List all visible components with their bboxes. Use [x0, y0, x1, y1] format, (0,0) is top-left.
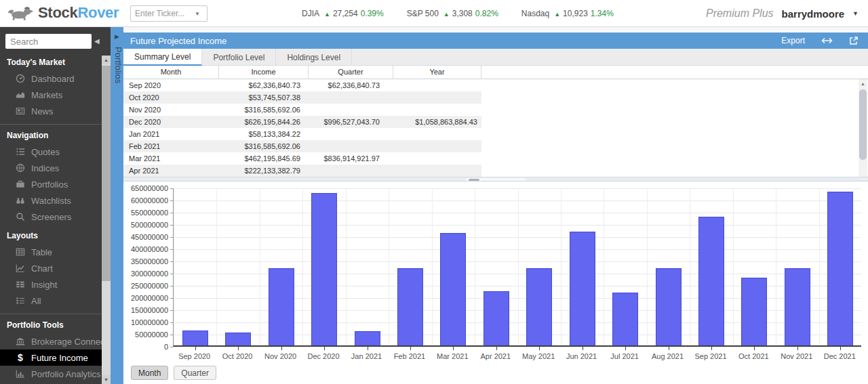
portfolios-collapsed-panel[interactable]: ▶ Portfolios [111, 27, 123, 384]
user-dropdown-caret-icon[interactable]: ▼ [852, 10, 859, 17]
splitter-grip-icon[interactable] [469, 179, 479, 181]
x-axis-label: Oct 2020 [216, 352, 258, 360]
sidebar-nav: Today's MarketDashboardMarketsNewsNaviga… [0, 51, 102, 384]
sidebar-item-news[interactable]: News [0, 103, 102, 119]
table-row-mar-2021[interactable]: Mar 2021$462,195,845.69$836,914,921.97 [123, 152, 481, 165]
sidebar-item-future-income[interactable]: $Future Income [0, 349, 102, 366]
table-cell [393, 91, 481, 104]
bar-sep-2020[interactable] [182, 330, 208, 345]
plan-badge: Premium Plus [706, 7, 774, 20]
sidebar-item-insight[interactable]: Insight [0, 276, 102, 293]
bar-jun-2021[interactable] [570, 232, 595, 346]
panel-top-gap [123, 27, 868, 33]
ticker-input[interactable] [135, 9, 191, 18]
index-quote-djia[interactable]: DJIA▲27,2540.39% [302, 9, 384, 18]
panel-splitter[interactable] [123, 177, 868, 182]
month-button[interactable]: Month [131, 366, 168, 380]
ticker-combobox[interactable]: ▼ [130, 5, 208, 22]
sidebar-item-quotes[interactable]: Quotes [0, 144, 102, 160]
sidebar-item-indices[interactable]: Indices [0, 160, 102, 176]
column-header-quarter[interactable]: Quarter [309, 66, 393, 79]
scroll-down-icon[interactable]: ▼ [102, 375, 111, 384]
sidebar-item-label: Screeners [31, 212, 71, 222]
column-header-income[interactable]: Income [219, 66, 309, 79]
sidebar-scrollbar[interactable]: ▲ ▼ [102, 56, 111, 384]
table-scrollbar-thumb[interactable] [859, 89, 867, 160]
market-indices: DJIA▲27,2540.39%S&P 500▲3,3080.82%Nasdaq… [302, 0, 614, 27]
table-row-apr-2021[interactable]: Apr 2021$222,133,382.79 [123, 165, 481, 177]
index-change: 0.39% [361, 9, 384, 18]
ticker-dropdown-caret-icon[interactable]: ▼ [195, 11, 200, 17]
sidebar-item-watchlists[interactable]: Watchlists [0, 192, 102, 209]
index-quote-s-p-500[interactable]: S&P 500▲3,3080.82% [407, 9, 498, 18]
sidebar-item-dashboard[interactable]: Dashboard [0, 70, 102, 87]
table-row-dec-2020[interactable]: Dec 2020$626,195,844.26$996,527,043.70$1… [123, 116, 481, 128]
username-menu[interactable]: barrydmoore [782, 8, 845, 20]
sidebar-item-portfolio-analytics[interactable]: Portfolio Analytics [0, 366, 102, 382]
bar-nov-2021[interactable] [785, 268, 810, 345]
page-title: Future Projected Income [130, 36, 226, 46]
y-axis-label: 50000000 [123, 330, 168, 339]
magnifier-icon [15, 211, 26, 222]
index-value: 27,254 [333, 9, 358, 18]
table-row-sep-2020[interactable]: Sep 2020$62,336,840.73$62,336,840.73 [123, 79, 481, 91]
sidebar-collapse-icon[interactable]: ◀ [94, 37, 100, 45]
income-bar-chart: 6500000006000000005500000005000000004500… [123, 182, 868, 384]
x-axis-label: Dec 2021 [818, 352, 861, 360]
table-row-oct-2020[interactable]: Oct 2020$53,745,507.38 [123, 91, 481, 104]
sidebar-scrollbar-thumb[interactable] [102, 66, 111, 281]
stockrover-logo[interactable]: StockRover [7, 3, 119, 22]
sidebar-item-chart[interactable]: Chart [0, 260, 102, 276]
quarter-button[interactable]: Quarter [174, 366, 216, 380]
sidebar-item-screeners[interactable]: Screeners [0, 209, 102, 225]
tab-portfolio-level[interactable]: Portfolio Level [202, 49, 276, 66]
bar-jul-2021[interactable] [612, 293, 638, 346]
bar-may-2021[interactable] [526, 268, 552, 345]
x-axis-label: Jul 2021 [603, 352, 646, 360]
table-cell [393, 140, 481, 152]
bar-aug-2021[interactable] [656, 268, 682, 345]
bar-dec-2021[interactable] [827, 192, 853, 345]
bar-feb-2021[interactable] [397, 268, 423, 345]
table-scrollbar[interactable]: ▲ [859, 79, 867, 177]
x-axis-label: Jun 2021 [560, 352, 603, 360]
bar-nov-2020[interactable] [269, 268, 294, 345]
tab-summary-level[interactable]: Summary Level [123, 49, 202, 66]
sidebar-item-brokerage-connect[interactable]: Brokerage Connect [0, 333, 102, 349]
x-axis-label: May 2021 [517, 352, 560, 360]
bar-jan-2021[interactable] [355, 331, 380, 345]
table-row-jan-2021[interactable]: Jan 2021$58,133,384.22 [123, 128, 481, 140]
table-row-feb-2021[interactable]: Feb 2021$316,585,692.06 [123, 140, 481, 152]
level-tabs: Summary LevelPortfolio LevelHoldings Lev… [123, 49, 868, 66]
open-in-new-window-icon[interactable] [849, 36, 859, 45]
scroll-up-icon[interactable]: ▲ [859, 79, 867, 88]
bar-mar-2021[interactable] [440, 233, 466, 345]
sidebar-item-portfolios[interactable]: Portfolios [0, 176, 102, 192]
bar-oct-2021[interactable] [741, 278, 767, 345]
export-button[interactable]: Export [781, 36, 805, 45]
bar-oct-2020[interactable] [225, 333, 251, 345]
table-cell: $53,745,507.38 [219, 91, 309, 104]
table-cell: $626,195,844.26 [219, 116, 309, 128]
scroll-up-icon[interactable]: ▲ [102, 56, 111, 64]
rows-icon [15, 295, 26, 306]
sidebar-item-table[interactable]: Table [0, 244, 102, 260]
table-row-nov-2020[interactable]: Nov 2020$316,585,692.06 [123, 104, 481, 116]
table-cell: $1,058,863,884.43 [393, 116, 481, 128]
index-quote-nasdaq[interactable]: Nasdaq▲10,9231.34% [521, 9, 614, 18]
bar-dec-2020[interactable] [311, 193, 337, 345]
tab-holdings-level[interactable]: Holdings Level [276, 49, 352, 66]
column-header-year[interactable]: Year [393, 66, 481, 79]
expand-right-icon[interactable]: ▶ [111, 33, 123, 40]
column-header-month[interactable]: Month [123, 66, 219, 79]
search-input[interactable] [5, 34, 92, 49]
horizontal-resize-icon[interactable] [821, 37, 833, 44]
sidebar-item-markets[interactable]: Markets [0, 87, 102, 103]
index-change: 1.34% [591, 9, 614, 18]
y-axis-label: 350000000 [123, 257, 168, 265]
dollar-icon: $ [15, 352, 26, 363]
sidebar-item-all[interactable]: All [0, 293, 102, 309]
bar-apr-2021[interactable] [484, 291, 509, 345]
bar-sep-2021[interactable] [698, 217, 724, 345]
x-axis-label: Nov 2021 [775, 352, 818, 360]
